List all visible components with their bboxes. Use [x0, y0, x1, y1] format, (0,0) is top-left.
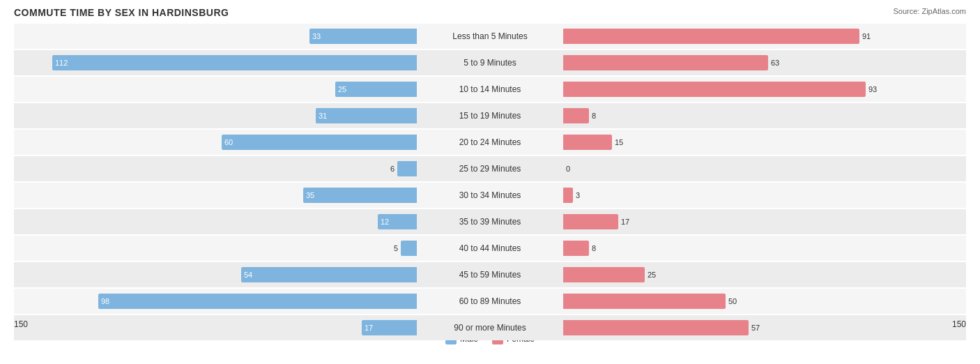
female-bar [563, 214, 618, 229]
bar-row: 9860 to 89 Minutes50 [14, 289, 966, 314]
male-value-inside-label: 112 [55, 59, 68, 67]
female-bar-wrap: 3 [563, 187, 966, 204]
female-side: 8 [563, 236, 966, 261]
row-label: 60 to 89 Minutes [417, 296, 563, 306]
male-side: 25 [14, 77, 417, 102]
female-value-label: 0 [566, 165, 570, 173]
male-bar: 98 [98, 294, 417, 309]
female-side: 93 [563, 77, 966, 102]
female-bar-wrap: 50 [563, 293, 966, 310]
male-bar: 25 [335, 82, 417, 97]
male-bar-wrap: 5 [14, 240, 417, 257]
female-value-label: 25 [648, 271, 656, 279]
male-value-inside-label: 54 [244, 271, 252, 279]
male-side: 6 [14, 156, 417, 181]
female-side: 15 [563, 130, 966, 155]
male-value-label: 6 [390, 165, 395, 173]
row-label: 35 to 39 Minutes [417, 217, 563, 227]
male-side: 112 [14, 50, 417, 75]
male-side: 5 [14, 236, 417, 261]
female-bar-wrap: 25 [563, 266, 966, 283]
bar-row: 5445 to 59 Minutes25 [14, 262, 966, 287]
bar-row: 3115 to 19 Minutes8 [14, 103, 966, 128]
female-value-label: 93 [868, 85, 877, 93]
female-side: 50 [563, 289, 966, 314]
male-bar-wrap: 60 [14, 134, 417, 151]
male-value-inside-label: 31 [319, 112, 327, 120]
chart-title: COMMUTE TIME BY SEX IN HARDINSBURG [14, 7, 966, 18]
bar-row: 625 to 29 Minutes0 [14, 156, 966, 181]
female-value-label: 17 [621, 218, 629, 226]
female-value-label: 3 [576, 191, 580, 199]
female-bar [563, 108, 589, 123]
male-side: 60 [14, 130, 417, 155]
row-label: Less than 5 Minutes [417, 31, 563, 41]
female-side: 17 [563, 209, 966, 234]
female-value-label: 15 [615, 138, 623, 146]
male-bar: 35 [303, 188, 417, 203]
row-label: 5 to 9 Minutes [417, 58, 563, 68]
male-value-inside-label: 25 [338, 85, 346, 93]
source-label: Source: ZipAtlas.com [893, 7, 966, 15]
female-bar [563, 55, 768, 70]
female-value-label: 8 [592, 244, 596, 252]
male-side: 98 [14, 289, 417, 314]
row-label: 40 to 44 Minutes [417, 243, 563, 253]
row-label: 15 to 19 Minutes [417, 111, 563, 121]
row-label: 20 to 24 Minutes [417, 137, 563, 147]
male-side: 35 [14, 183, 417, 208]
male-bar-wrap: 35 [14, 187, 417, 204]
bar-row: 33Less than 5 Minutes91 [14, 24, 966, 49]
row-label: 25 to 29 Minutes [417, 164, 563, 174]
female-value-label: 63 [771, 59, 779, 67]
male-bar-wrap: 6 [14, 160, 417, 177]
female-side: 8 [563, 103, 966, 128]
female-bar [563, 267, 645, 282]
male-value-inside-label: 98 [101, 297, 109, 305]
male-value-inside-label: 35 [306, 191, 314, 199]
bar-row: 1125 to 9 Minutes63 [14, 50, 966, 75]
female-bar-wrap: 91 [563, 28, 966, 45]
male-bar [397, 161, 417, 176]
male-bar [401, 241, 417, 256]
bar-row: 1235 to 39 Minutes17 [14, 209, 966, 234]
female-bar [563, 294, 726, 309]
male-side: 54 [14, 262, 417, 287]
male-bar-wrap: 33 [14, 28, 417, 45]
female-bar [563, 135, 612, 150]
row-label: 30 to 34 Minutes [417, 190, 563, 200]
male-bar-wrap: 98 [14, 293, 417, 310]
axis-left-label: 150 [14, 319, 417, 329]
female-bar-wrap: 93 [563, 81, 966, 98]
female-side: 0 [563, 156, 966, 181]
male-bar-wrap: 31 [14, 107, 417, 124]
male-bar-wrap: 112 [14, 54, 417, 71]
male-bar: 33 [309, 29, 417, 44]
axis-right-label: 150 [563, 319, 966, 329]
male-bar-wrap: 12 [14, 213, 417, 230]
female-bar [563, 241, 589, 256]
male-bar-wrap: 54 [14, 266, 417, 283]
bar-row: 6020 to 24 Minutes15 [14, 130, 966, 155]
female-bar-wrap: 17 [563, 213, 966, 230]
female-side: 63 [563, 50, 966, 75]
male-value-inside-label: 12 [381, 218, 389, 226]
female-side: 3 [563, 183, 966, 208]
bar-row: 540 to 44 Minutes8 [14, 236, 966, 261]
female-bar-wrap: 8 [563, 107, 966, 124]
female-value-label: 91 [862, 32, 871, 40]
bar-row: 3530 to 34 Minutes3 [14, 183, 966, 208]
female-value-label: 50 [728, 297, 737, 305]
female-bar-wrap: 0 [563, 160, 966, 177]
male-value-label: 5 [394, 244, 398, 252]
male-bar: 54 [241, 267, 417, 282]
female-value-label: 8 [592, 112, 596, 120]
row-label: 90 or more Minutes [417, 323, 563, 333]
female-bar [563, 82, 866, 97]
female-bar-wrap: 8 [563, 240, 966, 257]
male-value-inside-label: 60 [224, 138, 233, 146]
row-label: 45 to 59 Minutes [417, 270, 563, 280]
male-bar: 31 [316, 108, 417, 123]
bars-area: 33Less than 5 Minutes911125 to 9 Minutes… [14, 24, 966, 317]
female-bar [563, 29, 859, 44]
